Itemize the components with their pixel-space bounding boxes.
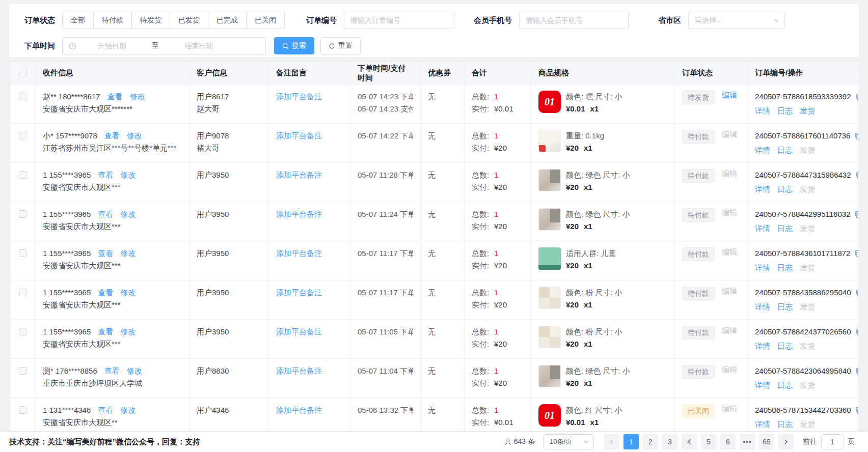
add-note-link[interactable]: 添加平台备注 <box>276 131 322 140</box>
status-filter-option-5[interactable]: 已关闭 <box>246 12 285 29</box>
edit-order-link[interactable]: 编辑 <box>722 404 737 414</box>
edit-order-link[interactable]: 编辑 <box>722 208 737 218</box>
copy-icon[interactable] <box>855 328 859 336</box>
view-link[interactable]: 查看 <box>98 327 113 336</box>
add-note-link[interactable]: 添加平台备注 <box>276 171 322 179</box>
goto-page-input[interactable] <box>821 434 844 449</box>
view-link[interactable]: 查看 <box>98 249 113 258</box>
view-link[interactable]: 查看 <box>98 210 113 218</box>
copy-icon[interactable] <box>855 407 859 414</box>
region-select[interactable]: 请选择... <box>688 12 785 29</box>
add-note-link[interactable]: 添加平台备注 <box>276 327 322 336</box>
row-checkbox[interactable] <box>19 367 26 375</box>
page-size-select[interactable]: 10条/页 <box>543 434 594 449</box>
modify-link[interactable]: 修改 <box>121 210 136 218</box>
ship-link[interactable]: 发货 <box>800 262 815 274</box>
edit-order-link[interactable]: 编辑 <box>722 169 737 179</box>
page-button-4[interactable]: 4 <box>682 434 697 449</box>
status-filter-option-4[interactable]: 已完成 <box>208 12 247 29</box>
log-link[interactable]: 日志 <box>777 379 793 391</box>
row-checkbox[interactable] <box>19 132 26 139</box>
modify-link[interactable]: 修改 <box>127 366 142 375</box>
edit-order-link[interactable]: 编辑 <box>722 130 737 139</box>
ship-link[interactable]: 发货 <box>800 222 815 235</box>
reset-button[interactable]: 重置 <box>320 37 361 54</box>
phone-input[interactable] <box>519 12 629 29</box>
ship-link[interactable]: 发货 <box>800 105 815 117</box>
view-link[interactable]: 查看 <box>107 92 123 101</box>
row-checkbox[interactable] <box>19 171 26 179</box>
page-button-2[interactable]: 2 <box>643 434 658 449</box>
modify-link[interactable]: 修改 <box>121 288 136 297</box>
modify-link[interactable]: 修改 <box>121 249 136 258</box>
view-link[interactable]: 查看 <box>98 171 113 179</box>
log-link[interactable]: 日志 <box>777 105 793 117</box>
log-link[interactable]: 日志 <box>777 301 793 313</box>
prev-page-button[interactable] <box>604 434 619 449</box>
row-checkbox[interactable] <box>19 210 26 218</box>
detail-link[interactable]: 详情 <box>755 301 770 313</box>
order-no-input[interactable] <box>344 12 453 29</box>
add-note-link[interactable]: 添加平台备注 <box>276 406 322 414</box>
ship-link[interactable]: 发货 <box>800 144 815 156</box>
edit-order-link[interactable]: 编辑 <box>722 365 737 375</box>
row-checkbox[interactable] <box>19 328 26 335</box>
add-note-link[interactable]: 添加平台备注 <box>276 92 322 101</box>
view-link[interactable]: 查看 <box>104 131 120 140</box>
log-link[interactable]: 日志 <box>777 144 793 156</box>
detail-link[interactable]: 详情 <box>755 183 770 195</box>
date-end-input[interactable] <box>163 42 234 50</box>
ship-link[interactable]: 发货 <box>800 418 815 431</box>
status-filter-option-0[interactable]: 全部 <box>62 12 94 29</box>
page-button-3[interactable]: 3 <box>662 434 677 449</box>
edit-order-link[interactable]: 编辑 <box>722 326 737 335</box>
date-start-input[interactable] <box>76 42 148 50</box>
row-checkbox[interactable] <box>19 93 26 100</box>
select-all-checkbox[interactable] <box>19 69 26 76</box>
copy-icon[interactable] <box>854 132 859 140</box>
row-checkbox[interactable] <box>19 289 26 296</box>
status-filter-option-2[interactable]: 待发货 <box>131 12 170 29</box>
detail-link[interactable]: 详情 <box>755 418 770 431</box>
detail-link[interactable]: 详情 <box>755 262 770 274</box>
log-link[interactable]: 日志 <box>777 183 793 195</box>
next-page-button[interactable] <box>778 434 794 449</box>
add-note-link[interactable]: 添加平台备注 <box>276 288 322 297</box>
status-filter-option-1[interactable]: 待付款 <box>93 12 132 29</box>
status-filter-option-3[interactable]: 已发货 <box>170 12 208 29</box>
view-link[interactable]: 查看 <box>98 288 113 297</box>
copy-icon[interactable] <box>855 172 859 179</box>
scrollbar-track[interactable] <box>863 0 868 432</box>
modify-link[interactable]: 修改 <box>121 171 136 179</box>
date-range-picker[interactable]: 至 <box>62 37 266 54</box>
detail-link[interactable]: 详情 <box>755 144 770 156</box>
page-button-5[interactable]: 5 <box>701 434 716 449</box>
modify-link[interactable]: 修改 <box>121 327 136 336</box>
edit-order-link[interactable]: 编辑 <box>722 287 737 296</box>
page-button-1[interactable]: 1 <box>623 434 639 449</box>
detail-link[interactable]: 详情 <box>755 222 770 235</box>
ship-link[interactable]: 发货 <box>800 340 815 352</box>
add-note-link[interactable]: 添加平台备注 <box>276 366 322 375</box>
edit-order-link[interactable]: 编辑 <box>722 91 737 100</box>
add-note-link[interactable]: 添加平台备注 <box>276 210 322 218</box>
modify-link[interactable]: 修改 <box>127 131 142 140</box>
copy-icon[interactable] <box>855 289 859 297</box>
copy-icon[interactable] <box>854 250 859 258</box>
detail-link[interactable]: 详情 <box>755 340 770 352</box>
copy-icon[interactable] <box>854 211 859 218</box>
page-button-6[interactable]: 6 <box>720 434 736 449</box>
modify-link[interactable]: 修改 <box>121 406 136 414</box>
page-more-button[interactable]: ••• <box>740 434 755 449</box>
view-link[interactable]: 查看 <box>98 406 113 414</box>
view-link[interactable]: 查看 <box>104 366 120 375</box>
ship-link[interactable]: 发货 <box>800 301 815 313</box>
row-checkbox[interactable] <box>19 406 26 414</box>
log-link[interactable]: 日志 <box>777 340 793 352</box>
copy-icon[interactable] <box>855 368 859 375</box>
ship-link[interactable]: 发货 <box>800 379 815 391</box>
page-button-65[interactable]: 65 <box>759 434 774 449</box>
ship-link[interactable]: 发货 <box>800 183 815 195</box>
copy-icon[interactable] <box>855 93 859 101</box>
log-link[interactable]: 日志 <box>777 222 793 235</box>
